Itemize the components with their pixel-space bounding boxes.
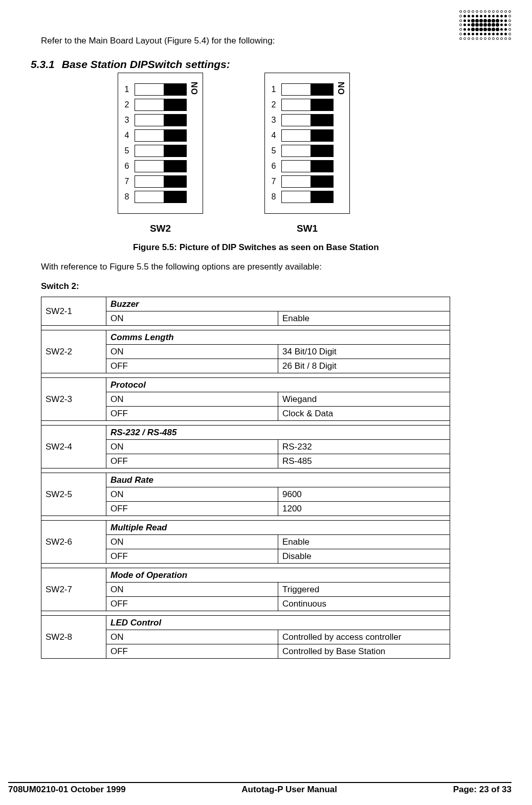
switch-desc-cell: Continuous bbox=[278, 597, 450, 611]
page-footer: 708UM0210-01 October 1999 Autotag-P User… bbox=[8, 782, 512, 795]
footer-center: Autotag-P User Manual bbox=[241, 785, 337, 795]
dip-sw2-outline: ON 12345678 bbox=[118, 73, 203, 214]
dip-switch-number: 4 bbox=[123, 131, 130, 140]
dip-switch-row: 1 bbox=[123, 83, 191, 96]
dip-switch-knob bbox=[164, 191, 186, 203]
switch-desc-cell: RS-485 bbox=[278, 454, 450, 468]
dip-switch-knob bbox=[311, 161, 333, 172]
switch-desc-cell: Enable bbox=[278, 535, 450, 549]
dip-switch-row: 8 bbox=[123, 191, 191, 203]
switch-state-cell: ON bbox=[106, 345, 278, 359]
dip-switch-row: 4 bbox=[270, 129, 338, 142]
dip-switch-number: 5 bbox=[123, 146, 130, 155]
switch-desc-cell: Controlled by Base Station bbox=[278, 644, 450, 659]
dip-switch-number: 2 bbox=[270, 100, 277, 109]
spacer-cell bbox=[41, 468, 450, 473]
switch-desc-cell: Wiegand bbox=[278, 392, 450, 407]
switch-id-cell: SW2-3 bbox=[41, 378, 106, 421]
options-paragraph: With reference to Figure 5.5 the followi… bbox=[41, 262, 501, 272]
switch-id-cell: SW2-7 bbox=[41, 568, 106, 611]
dip-switch-row: 3 bbox=[270, 114, 338, 126]
switch-desc-cell: 9600 bbox=[278, 487, 450, 502]
switch-desc-cell: 26 Bit / 8 Digit bbox=[278, 359, 450, 373]
switch-state-cell: ON bbox=[106, 487, 278, 502]
switch-desc-cell: Enable bbox=[278, 311, 450, 326]
dip-switch-row: 6 bbox=[123, 160, 191, 172]
switch-state-cell: ON bbox=[106, 535, 278, 549]
dip-switch-row: 7 bbox=[270, 175, 338, 188]
dip-switch-slot bbox=[135, 99, 187, 111]
intro-text: Refer to the Main Board Layout (Figure 5… bbox=[41, 36, 501, 46]
switch-id-cell: SW2-4 bbox=[41, 426, 106, 468]
spacer-cell bbox=[41, 611, 450, 616]
dip-switch-number: 3 bbox=[270, 116, 277, 125]
switch-settings-table: SW2-1BuzzerONEnableSW2-2Comms LengthON34… bbox=[41, 297, 450, 659]
switch-title-cell: RS-232 / RS-485 bbox=[106, 426, 450, 440]
switch-state-cell: ON bbox=[106, 630, 278, 644]
dip-switch-knob bbox=[164, 145, 186, 156]
spacer-cell bbox=[41, 326, 450, 330]
dip-switch-slot bbox=[281, 114, 334, 126]
switch-id-cell: SW2-5 bbox=[41, 473, 106, 516]
dip-on-label: ON bbox=[190, 81, 199, 95]
footer-right: Page: 23 of 33 bbox=[453, 785, 512, 795]
dip-switch-row: 8 bbox=[270, 191, 338, 203]
switch-title-cell: Buzzer bbox=[106, 297, 450, 311]
dip-switch-slot bbox=[281, 175, 334, 188]
switch-title-cell: Comms Length bbox=[106, 330, 450, 345]
dip-switch-number: 6 bbox=[270, 162, 277, 171]
dip-switch-knob bbox=[164, 161, 186, 172]
switch-title-cell: LED Control bbox=[106, 616, 450, 630]
dip-switch-knob bbox=[164, 176, 186, 187]
figure-caption: Figure 5.5: Picture of DIP Switches as s… bbox=[133, 242, 501, 253]
dip-switch-figure: ON 12345678 SW2 ON 12345678 SW1 bbox=[118, 73, 501, 234]
dip-switch-knob bbox=[311, 115, 333, 126]
dip-switch-slot bbox=[281, 129, 334, 142]
switch-state-cell: ON bbox=[106, 392, 278, 407]
switch-state-cell: ON bbox=[106, 583, 278, 597]
dip-switch-slot bbox=[135, 129, 187, 142]
switch-desc-cell: 34 Bit/10 Digit bbox=[278, 345, 450, 359]
switch-state-cell: OFF bbox=[106, 597, 278, 611]
switch-desc-cell: 1200 bbox=[278, 502, 450, 516]
spacer-cell bbox=[41, 421, 450, 426]
dip-switch-row: 2 bbox=[270, 99, 338, 111]
section-number: 5.3.1 bbox=[31, 58, 55, 71]
switch-state-cell: OFF bbox=[106, 502, 278, 516]
spacer-cell bbox=[41, 564, 450, 568]
dip-switch-number: 8 bbox=[270, 192, 277, 202]
dip-switch-slot bbox=[135, 175, 187, 188]
dip-switch-row: 7 bbox=[123, 175, 191, 188]
switch-desc-cell: Controlled by access controller bbox=[278, 630, 450, 644]
section-title: Base Station DIPSwitch settings: bbox=[62, 58, 230, 71]
logo-dot-matrix bbox=[458, 9, 512, 41]
dip-switch-knob bbox=[164, 130, 186, 141]
dip-switch-slot bbox=[135, 114, 187, 126]
dip-switch-number: 1 bbox=[270, 85, 277, 94]
dip-switch-slot bbox=[281, 191, 334, 203]
dip-switch-slot bbox=[135, 191, 187, 203]
switch-state-cell: ON bbox=[106, 440, 278, 454]
switch-id-cell: SW2-2 bbox=[41, 330, 106, 373]
switch-id-cell: SW2-8 bbox=[41, 616, 106, 659]
switch-desc-cell: Disable bbox=[278, 549, 450, 564]
dip-switch-slot bbox=[281, 145, 334, 157]
dip-switch-number: 4 bbox=[270, 131, 277, 140]
switch-id-cell: SW2-1 bbox=[41, 297, 106, 326]
switch-title-cell: Protocol bbox=[106, 378, 450, 392]
dip-switch-row: 3 bbox=[123, 114, 191, 126]
spacer-cell bbox=[41, 373, 450, 378]
switch2-heading: Switch 2: bbox=[41, 281, 501, 292]
dip-switch-slot bbox=[135, 160, 187, 172]
dip-switch-number: 2 bbox=[123, 100, 130, 109]
dip-switch-knob bbox=[311, 191, 333, 203]
dip-switch-number: 8 bbox=[123, 192, 130, 202]
dip-switch-number: 3 bbox=[123, 116, 130, 125]
footer-left: 708UM0210-01 October 1999 bbox=[8, 785, 126, 795]
spacer-cell bbox=[41, 516, 450, 521]
dip-switch-knob bbox=[164, 99, 186, 110]
dip-switch-knob bbox=[311, 130, 333, 141]
dip-switch-row: 1 bbox=[270, 83, 338, 96]
dip-switch-number: 7 bbox=[123, 177, 130, 186]
dip-sw2-name: SW2 bbox=[150, 223, 171, 234]
